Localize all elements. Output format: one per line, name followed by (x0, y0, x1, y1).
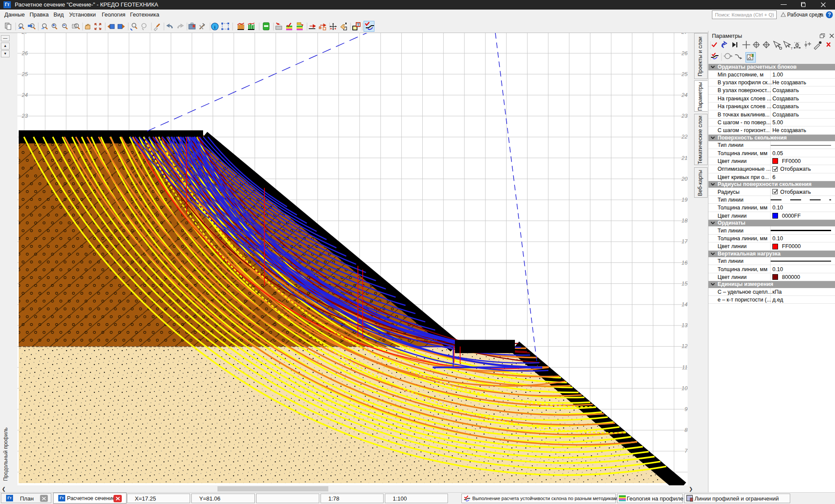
svg-text:24: 24 (21, 92, 28, 98)
svg-text:16: 16 (681, 260, 688, 266)
svg-text:12: 12 (681, 343, 688, 349)
svg-text:T: T (791, 46, 793, 50)
svg-text:25: 25 (21, 71, 28, 77)
svg-text:8: 8 (685, 427, 688, 433)
svg-text:26: 26 (21, 50, 28, 56)
svg-text:20: 20 (681, 176, 688, 182)
svg-text:26: 26 (681, 50, 688, 56)
svg-text:17: 17 (681, 239, 688, 245)
svg-text:19: 19 (681, 197, 688, 203)
svg-text:25: 25 (681, 71, 688, 77)
svg-text:21: 21 (681, 155, 688, 161)
svg-text:27: 27 (681, 33, 688, 35)
svg-text:i: i (214, 24, 215, 30)
svg-text:11: 11 (682, 365, 688, 371)
svg-text:9: 9 (685, 406, 688, 412)
svg-text:18: 18 (681, 218, 688, 224)
svg-text:14: 14 (681, 302, 688, 308)
svg-text:T: T (357, 23, 360, 27)
svg-text:24: 24 (681, 92, 688, 98)
svg-text:7: 7 (685, 448, 688, 454)
svg-text:10: 10 (681, 385, 688, 391)
svg-text:15: 15 (681, 281, 688, 287)
svg-text:13: 13 (681, 322, 688, 328)
svg-text:23: 23 (21, 113, 28, 119)
svg-text:22: 22 (681, 134, 688, 140)
svg-text:27: 27 (21, 33, 28, 35)
svg-text:23: 23 (681, 113, 688, 119)
